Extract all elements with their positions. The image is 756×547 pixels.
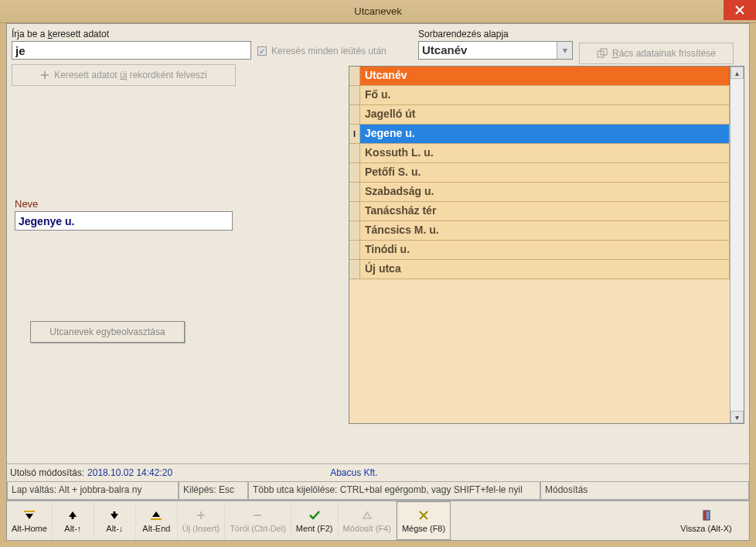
grid-gutter xyxy=(349,144,360,162)
grid-cell: Tanácsház tér xyxy=(360,202,730,221)
company-label: Abacus Kft. xyxy=(330,467,377,478)
grid-gutter xyxy=(349,125,360,143)
grid-gutter xyxy=(349,260,360,279)
hint-pageswitch: Lap váltás: Alt + jobbra-balra ny xyxy=(7,482,179,500)
alt-end-button[interactable]: Alt-End xyxy=(136,501,178,540)
triangle-up-icon xyxy=(362,508,373,522)
refresh-label: Rács adatainak frissítése xyxy=(612,48,716,59)
sort-combobox[interactable]: Utcanév ▾ xyxy=(418,41,573,60)
table-row[interactable]: Jagelló út xyxy=(349,105,730,125)
plus-icon xyxy=(196,508,206,522)
arrow-up-icon xyxy=(67,508,78,522)
grid-gutter xyxy=(349,241,360,259)
content-panel: Írja be a keresett adatot Keresett adato… xyxy=(6,23,750,541)
grid-cell: Szabadság u. xyxy=(360,183,730,201)
grid-cell: Táncsics M. u. xyxy=(360,221,730,240)
go-last-icon xyxy=(149,508,163,522)
table-row[interactable]: Kossuth L. u. xyxy=(349,144,730,163)
close-icon xyxy=(735,5,744,15)
chevron-down-icon: ▾ xyxy=(557,42,572,59)
delete-label: Töröl (Ctrl-Del) xyxy=(230,524,286,533)
grid-cell: Jagelló út xyxy=(360,105,730,124)
refresh-column: Rács adatainak frissítése xyxy=(579,29,744,64)
cancel-label: Mégse (F8) xyxy=(402,524,445,533)
toolbar: Alt-Home Alt-↑ Alt-↓ Alt-End Új (Insert)… xyxy=(7,501,749,540)
sort-label: Sorbarendezés alapja xyxy=(418,29,573,39)
scroll-up-icon[interactable]: ▴ xyxy=(730,67,744,79)
table-row[interactable]: Jegene u. xyxy=(349,125,730,144)
hint-mode: Módosítás xyxy=(540,482,749,500)
back-label: Vissza (Alt-X) xyxy=(680,524,731,533)
cancel-button[interactable]: Mégse (F8) xyxy=(397,501,451,540)
status-bar-1: Utolsó módosítás: 2018.10.02 14:42:20 Ab… xyxy=(7,463,749,482)
modify-button: Módosít (F4) xyxy=(339,501,397,540)
add-as-new-record-button[interactable]: Keresett adatot új rekordként felveszi xyxy=(12,64,236,86)
refresh-icon xyxy=(597,48,608,59)
table-row[interactable]: Szabadság u. xyxy=(349,183,730,202)
grid-gutter xyxy=(349,221,360,240)
table-row[interactable]: Új utca xyxy=(349,260,730,279)
svg-rect-5 xyxy=(151,518,162,520)
scroll-down-icon[interactable]: ▾ xyxy=(730,411,744,423)
last-modified-label: Utolsó módosítás: xyxy=(10,467,84,478)
search-every-keystroke-checkbox[interactable]: ✓ xyxy=(257,46,267,56)
merge-streetnames-button[interactable]: Utcanevek egybeolvasztása xyxy=(30,321,185,343)
grid-cell: Fő u. xyxy=(360,86,730,104)
grid-cell: Új utca xyxy=(360,260,730,279)
go-first-icon xyxy=(22,508,36,522)
search-every-keystroke-label: Keresés minden leütés után xyxy=(271,46,387,56)
window-title: Utcanevek xyxy=(354,5,401,17)
search-input[interactable] xyxy=(12,41,251,60)
table-row[interactable]: Tanácsház tér xyxy=(349,202,730,221)
hint-exit: Kilépés: Esc xyxy=(179,482,248,500)
alt-down-button[interactable]: Alt-↓ xyxy=(94,501,136,540)
grid-header-cell[interactable]: Utcanév xyxy=(360,67,730,85)
status-area: Utolsó módosítás: 2018.10.02 14:42:20 Ab… xyxy=(7,463,749,501)
grid-gutter xyxy=(349,163,360,182)
grid-cell: Jegene u. xyxy=(360,125,730,143)
svg-rect-4 xyxy=(114,511,116,515)
hint-multiselect: Több utca kijelölése: CTRL+bal egérgomb,… xyxy=(248,482,540,500)
search-label: Írja be a keresett adatot xyxy=(12,29,251,39)
arrow-down-icon xyxy=(109,508,120,522)
grid-cell: Petőfi S. u. xyxy=(360,163,730,182)
save-button[interactable]: Ment (F2) xyxy=(291,501,339,540)
alt-down-label: Alt-↓ xyxy=(106,524,123,533)
x-icon xyxy=(418,508,429,522)
table-row[interactable]: Tinódi u. xyxy=(349,241,730,260)
alt-home-button[interactable]: Alt-Home xyxy=(7,501,53,540)
add-record-label: Keresett adatot új rekordként felveszi xyxy=(54,70,206,80)
close-button[interactable] xyxy=(724,0,756,20)
check-icon xyxy=(308,508,321,522)
save-label: Ment (F2) xyxy=(296,524,333,533)
alt-up-button[interactable]: Alt-↑ xyxy=(53,501,94,540)
grid-scrollbar[interactable]: ▴ ▾ xyxy=(730,67,744,423)
refresh-grid-button[interactable]: Rács adatainak frissítése xyxy=(579,43,734,64)
new-button: Új (Insert) xyxy=(178,501,225,540)
neve-input[interactable] xyxy=(15,211,233,231)
grid-header-row[interactable]: Utcanév xyxy=(349,67,730,86)
new-label: Új (Insert) xyxy=(182,524,220,533)
merge-label: Utcanevek egybeolvasztása xyxy=(49,326,165,337)
svg-rect-7 xyxy=(703,511,707,520)
modify-label: Módosít (F4) xyxy=(343,524,391,533)
titlebar: Utcanevek xyxy=(0,0,756,23)
door-exit-icon xyxy=(700,508,713,522)
svg-rect-3 xyxy=(72,516,74,519)
neve-label: Neve xyxy=(15,198,233,210)
search-every-keystroke-wrap: ✓ Keresés minden leütés után xyxy=(257,29,412,56)
table-row[interactable]: Petőfi S. u. xyxy=(349,163,730,183)
search-column: Írja be a keresett adatot Keresett adato… xyxy=(12,29,251,86)
data-grid: UtcanévFő u.Jagelló útJegene u.Kossuth L… xyxy=(349,66,744,424)
status-bar-2: Lap váltás: Alt + jobbra-balra ny Kilépé… xyxy=(7,482,749,501)
grid-cell: Tinódi u. xyxy=(360,241,730,259)
table-row[interactable]: Táncsics M. u. xyxy=(349,221,730,241)
table-row[interactable]: Fő u. xyxy=(349,86,730,105)
toolbar-spacer xyxy=(451,501,664,540)
sort-value: Utcanév xyxy=(419,42,557,59)
last-modified-value: 2018.10.02 14:42:20 xyxy=(87,467,172,478)
sort-column: Sorbarendezés alapja Utcanév ▾ xyxy=(418,29,573,60)
delete-button: Töröl (Ctrl-Del) xyxy=(225,501,291,540)
back-button[interactable]: Vissza (Alt-X) xyxy=(664,501,749,540)
alt-end-label: Alt-End xyxy=(142,524,170,533)
